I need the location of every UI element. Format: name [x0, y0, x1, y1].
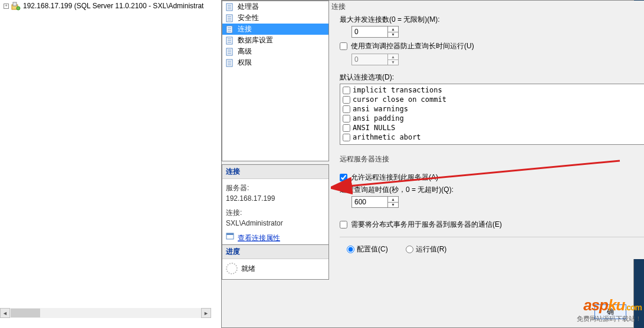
- list-item[interactable]: ansi warnings: [343, 104, 644, 114]
- object-explorer: + 192.168.17.199 (SQL Server 11.0.2100 -…: [0, 0, 211, 318]
- server-icon: [11, 1, 21, 11]
- use-governor-label: 使用查询调控器防止查询长时间运行(U): [351, 41, 474, 51]
- nav-label: 高级: [238, 47, 252, 57]
- spin-down-icon[interactable]: ▼: [388, 203, 398, 208]
- allow-remote-checkbox[interactable]: [340, 174, 347, 181]
- list-item[interactable]: ANSI NULLS: [343, 123, 644, 132]
- opt-checkbox[interactable]: [343, 96, 350, 104]
- nav-permissions[interactable]: 权限: [222, 57, 328, 68]
- view-connection-properties-row[interactable]: 查看连接属性: [226, 232, 325, 243]
- view-connection-properties-link[interactable]: 查看连接属性: [238, 233, 280, 243]
- nav-security[interactable]: 安全性: [222, 12, 328, 24]
- spin-up-icon: ▲: [388, 54, 398, 60]
- expand-icon[interactable]: +: [4, 4, 9, 9]
- dist-tx-label: 需要将分布式事务用于服务器到服务器的通信(E): [351, 220, 502, 230]
- config-value-radio[interactable]: [347, 246, 354, 253]
- progress-pane: 进度 就绪: [222, 244, 329, 280]
- page-icon: [226, 48, 235, 56]
- opt-checkbox[interactable]: [343, 87, 350, 94]
- page-icon: [226, 59, 235, 67]
- governor-input: [352, 54, 387, 65]
- max-conn-spinner[interactable]: ▲▼: [351, 26, 399, 38]
- svg-rect-10: [226, 233, 234, 235]
- default-options-listbox[interactable]: implicit transactions cursor close on co…: [340, 84, 644, 145]
- list-item[interactable]: implicit transactions: [343, 85, 644, 95]
- scrollbar-horizontal[interactable]: ◄ ►: [0, 308, 211, 318]
- spinner-icon: [226, 263, 238, 274]
- nav-label: 数据库设置: [238, 35, 273, 45]
- brand-watermark: aspku.com 免费网站源码下载站！: [577, 296, 642, 323]
- spin-down-icon[interactable]: ▼: [388, 32, 398, 38]
- list-item[interactable]: cursor close on commit: [343, 95, 644, 104]
- page-selector: 处理器 安全性 连接 数据库设置 高级 权限: [222, 1, 329, 161]
- page-icon: [226, 3, 235, 11]
- progress-header: 进度: [222, 245, 328, 259]
- connection-info-body: 服务器: 192.168.17.199 连接: SXL\Administrato…: [222, 179, 328, 247]
- nav-label: 连接: [238, 24, 252, 34]
- page-icon: [226, 37, 235, 45]
- svg-point-2: [17, 6, 20, 10]
- default-opts-label: 默认连接选项(D):: [340, 72, 644, 82]
- section-connections-title: 连接: [331, 2, 346, 12]
- brand-subtext: 免费网站源码下载站！: [577, 314, 642, 323]
- run-value-radio[interactable]: [406, 246, 413, 253]
- nav-label: 安全性: [238, 13, 259, 23]
- server-label: 服务器:: [226, 183, 325, 193]
- scroll-thumb[interactable]: [11, 309, 40, 317]
- allow-remote-label: 允许远程连接到此服务器(A): [351, 173, 438, 183]
- value-mode-radios: 配置值(C) 运行值(R): [347, 244, 644, 254]
- nav-db-settings[interactable]: 数据库设置: [222, 35, 328, 46]
- page-icon: [226, 14, 235, 22]
- scroll-left-arrow[interactable]: ◄: [0, 308, 10, 318]
- progress-status: 就绪: [241, 264, 255, 274]
- brand-logo: aspku.com: [577, 296, 642, 314]
- list-item[interactable]: ansi padding: [343, 114, 644, 123]
- timeout-label: 远程查询超时值(秒，0 = 无超时)(Q):: [340, 185, 644, 195]
- config-value-radio-label[interactable]: 配置值(C): [347, 244, 388, 254]
- max-conn-label: 最大并发连接数(0 = 无限制)(M):: [340, 15, 644, 25]
- governor-spinner: ▲▼: [351, 54, 399, 65]
- settings-pane: 连接 最大并发连接数(0 = 无限制)(M): ▲▼ 使用查询调控器防止查询长时…: [331, 1, 644, 259]
- spin-down-icon: ▼: [388, 60, 398, 65]
- properties-icon: [226, 232, 235, 243]
- conn-label: 连接:: [226, 207, 325, 218]
- server-properties-dialog: tp://blog.csdn.n 处理器 安全性 连接 数据库设置 高级 权限 …: [221, 0, 634, 328]
- max-conn-input[interactable]: [352, 26, 387, 37]
- spin-up-icon[interactable]: ▲: [388, 26, 398, 32]
- page-icon: [226, 25, 235, 34]
- svg-rect-1: [13, 2, 17, 6]
- nav-processor[interactable]: 处理器: [222, 1, 328, 12]
- tree-server-label: 192.168.17.199 (SQL Server 11.0.2100 - S…: [23, 2, 203, 10]
- tree-server-row[interactable]: + 192.168.17.199 (SQL Server 11.0.2100 -…: [0, 0, 211, 12]
- connection-info-header: 连接: [222, 165, 328, 179]
- timeout-spinner[interactable]: ▲▼: [351, 196, 399, 208]
- opt-checkbox[interactable]: [343, 105, 350, 113]
- opt-checkbox[interactable]: [343, 134, 350, 141]
- opt-checkbox[interactable]: [343, 115, 350, 122]
- nav-connections[interactable]: 连接: [222, 24, 328, 35]
- dist-tx-checkbox[interactable]: [340, 221, 347, 228]
- connection-info-pane: 连接 服务器: 192.168.17.199 连接: SXL\Administr…: [222, 164, 329, 247]
- nav-label: 处理器: [238, 2, 259, 12]
- scroll-right-arrow[interactable]: ►: [201, 308, 211, 318]
- nav-label: 权限: [238, 58, 252, 68]
- timeout-input[interactable]: [352, 197, 387, 207]
- remote-section-title: 远程服务器连接: [340, 152, 644, 164]
- list-item[interactable]: arithmetic abort: [343, 132, 644, 142]
- server-value: 192.168.17.199: [226, 193, 325, 204]
- nav-advanced[interactable]: 高级: [222, 46, 328, 57]
- conn-value: SXL\Administrator: [226, 218, 325, 228]
- run-value-radio-label[interactable]: 运行值(R): [406, 244, 447, 254]
- spin-up-icon[interactable]: ▲: [388, 197, 398, 203]
- use-governor-checkbox[interactable]: [340, 42, 347, 50]
- opt-checkbox[interactable]: [343, 124, 350, 132]
- divider: [340, 237, 644, 237]
